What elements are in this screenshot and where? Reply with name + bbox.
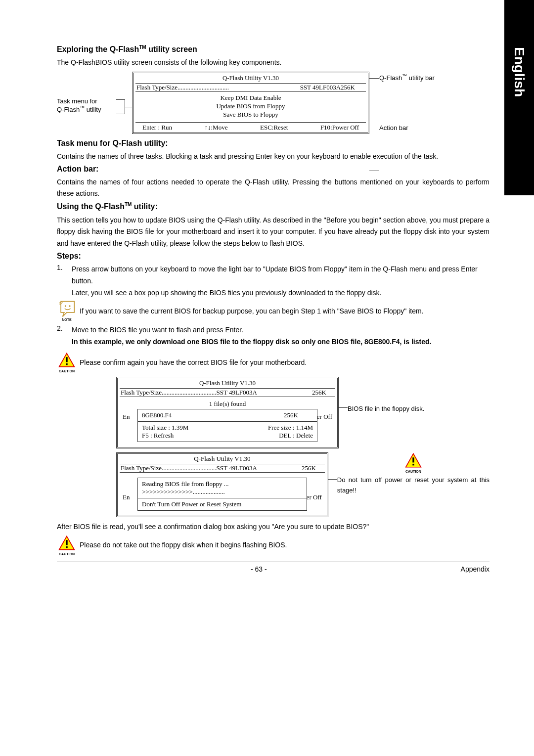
heading-steps: Steps: [57, 252, 490, 261]
caution-icon: CAUTION [337, 452, 490, 473]
para-task-menu: Contains the names of three tasks. Block… [57, 151, 490, 163]
qflash-utility-box: Q-Flash Utility V1.30 Flash Type/Size ..… [132, 72, 369, 134]
para-explore: The Q-FlashBIOS utility screen consists … [57, 57, 490, 69]
page-content: Exploring the Q-FlashTM utility screen T… [0, 0, 534, 756]
caution-row-2: CAUTION Please do not take out the flopp… [57, 535, 490, 556]
heading-action-bar: Action bar: [57, 165, 490, 174]
para-using: This section tells you how to update BIO… [57, 215, 490, 250]
steps-list-2: 2. Move to the BIOS file you want to fla… [57, 324, 490, 348]
bracket-icon [116, 99, 125, 114]
diagram-reading-bios: Q-Flash Utility V1.30 Flash Type/Size ..… [57, 452, 490, 517]
diagram-right-labels: Q-Flash™ utility bar Action bar [369, 72, 435, 132]
caution-icon: CAUTION [57, 535, 77, 556]
diagram3-right-label: CAUTION Do not turn off power or reset y… [328, 452, 490, 517]
page-footer: - 63 - Appendix [57, 562, 490, 576]
bios-file-box: 8GE800.F4 256K Total size : 1.39M Free s… [137, 409, 317, 442]
qflash-action-bar: Enter : Run ↑↓:Move ESC:Reset F10:Power … [134, 123, 368, 133]
qflash2-title: Q-Flash Utility V1.30 [118, 378, 337, 388]
para-action-bar: Contains the names of four actions neede… [57, 177, 490, 200]
files-found-label: 1 file(s) found [118, 400, 337, 408]
qflash2-flash-row: Flash Type/Size ........................… [118, 389, 337, 397]
svg-rect-4 [412, 457, 414, 462]
heading-task-menu: Task menu for Q-Flash utility: [57, 139, 490, 148]
note-icon: NOTE [57, 301, 77, 321]
svg-rect-5 [412, 464, 414, 465]
caution-icon: CAUTION [57, 352, 77, 373]
diagram-left-label: Task menu for Q-Flash™ utility [57, 72, 116, 113]
svg-point-1 [69, 306, 70, 307]
note-row: NOTE If you want to save the current BIO… [57, 301, 490, 321]
qflash-flash-type-row: Flash Type/Size ........................… [134, 84, 368, 91]
page-number: - 63 - [251, 565, 267, 573]
diagram-qflash-screen: Task menu for Q-Flash™ utility Q-Flash U… [57, 72, 490, 134]
svg-point-0 [65, 306, 66, 307]
footer-section: Appendix [461, 565, 490, 573]
qflash3-flash-row: Flash Type/Size ........................… [118, 464, 327, 472]
step-1: 1. Press arrow buttons on your keyboard … [57, 264, 490, 299]
step-2: 2. Move to the BIOS file you want to fla… [57, 324, 490, 348]
svg-rect-2 [66, 357, 67, 362]
para-after: After BIOS file is read, you'll see a co… [57, 521, 490, 533]
heading-exploring: Exploring the Q-FlashTM utility screen [57, 44, 490, 54]
diagram-bios-file: Q-Flash Utility V1.30 Flash Type/Size ..… [57, 377, 490, 448]
caution-row-1: CAUTION Please confirm again you have th… [57, 352, 490, 373]
qflash-menu: Keep DMI Data Enable Update BIOS from Fl… [134, 92, 368, 122]
svg-rect-3 [66, 363, 67, 365]
diagram2-right-label: BIOS file in the floppy disk. [339, 377, 424, 448]
bios-file-name: 8GE800.F4 [142, 411, 172, 419]
svg-rect-6 [66, 540, 67, 545]
heading-using: Using the Q-FlashTM utility: [57, 202, 490, 211]
connector-line [125, 107, 132, 107]
reading-box: Reading BIOS file from floppy ... >>>>>>… [137, 478, 307, 511]
qflash3-title: Q-Flash Utility V1.30 [118, 454, 327, 464]
steps-list: 1. Press arrow buttons on your keyboard … [57, 264, 490, 299]
qflash-title: Q-Flash Utility V1.30 [134, 73, 368, 83]
svg-rect-7 [66, 546, 67, 548]
